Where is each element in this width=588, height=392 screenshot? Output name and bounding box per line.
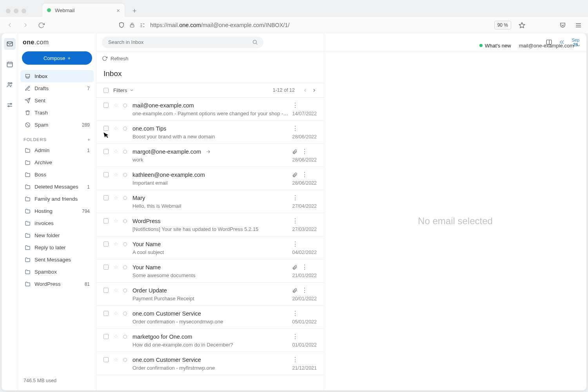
read-status-icon[interactable]: [123, 312, 127, 316]
mailbox-inbox[interactable]: Inbox: [20, 70, 94, 82]
message-checkbox[interactable]: [103, 126, 109, 131]
message-row[interactable]: ☆Mary ⋮Hello, this is Webmail27/04/2022: [96, 190, 324, 213]
message-checkbox[interactable]: [103, 195, 109, 200]
message-row[interactable]: ☆WordPress ⋮[Notifictions] Your site has…: [96, 213, 324, 236]
rail-settings-icon[interactable]: [4, 99, 16, 111]
read-status-icon[interactable]: [123, 265, 127, 269]
read-status-icon[interactable]: [123, 103, 127, 107]
message-row[interactable]: ☆one.com Customer Service ⋮Order confirm…: [96, 352, 324, 375]
message-row[interactable]: ☆one.com Customer Service ⋮Order confirm…: [96, 306, 324, 329]
url-bar[interactable]: https://mail.one.com/mail@one-example.co…: [52, 22, 489, 28]
star-icon[interactable]: ☆: [114, 125, 120, 131]
star-icon[interactable]: ☆: [114, 195, 120, 201]
more-icon[interactable]: ⋮: [292, 102, 298, 109]
mailbox-spam[interactable]: Spam289: [20, 119, 94, 131]
message-row[interactable]: ☆mail@one-example.com ⋮one-example.com -…: [96, 98, 324, 121]
star-icon[interactable]: ☆: [114, 310, 120, 316]
star-icon[interactable]: ☆: [114, 149, 120, 154]
zoom-indicator[interactable]: 90 %: [494, 21, 511, 29]
message-checkbox[interactable]: [103, 149, 109, 154]
message-checkbox[interactable]: [103, 241, 109, 247]
rail-calendar-icon[interactable]: [4, 58, 16, 70]
folder-item[interactable]: Sent Messages: [20, 254, 94, 266]
add-folder-button[interactable]: +: [88, 137, 91, 142]
more-icon[interactable]: ⋮: [301, 148, 308, 155]
pocket-icon[interactable]: [557, 22, 568, 29]
account-menu[interactable]: mail@one-example.com: [519, 43, 581, 49]
message-checkbox[interactable]: [103, 103, 109, 108]
more-icon[interactable]: ⋮: [292, 217, 298, 225]
message-checkbox[interactable]: [103, 334, 109, 339]
more-icon[interactable]: ⋮: [292, 356, 298, 363]
menu-icon[interactable]: [573, 22, 583, 29]
star-icon[interactable]: ☆: [114, 102, 120, 108]
star-icon[interactable]: ☆: [114, 241, 120, 247]
more-icon[interactable]: ⋮: [292, 125, 298, 132]
message-row[interactable]: ☆margot@one-example.com ⋮work28/06/2022: [96, 144, 324, 167]
message-row[interactable]: ☆Order Update ⋮Payment Purchase Receipt2…: [96, 283, 324, 306]
window-close-dot[interactable]: [6, 9, 11, 13]
compose-button[interactable]: Compose +: [22, 51, 92, 65]
next-page-button[interactable]: [312, 88, 317, 93]
read-status-icon[interactable]: [123, 219, 127, 223]
mailbox-drafts[interactable]: Drafts7: [20, 82, 94, 94]
message-checkbox[interactable]: [103, 311, 109, 316]
read-status-icon[interactable]: [123, 150, 127, 154]
folder-item[interactable]: Reply to later: [20, 241, 94, 254]
search-input[interactable]: [102, 36, 263, 48]
read-status-icon[interactable]: [123, 289, 127, 292]
star-icon[interactable]: ☆: [114, 172, 120, 178]
more-icon[interactable]: ⋮: [292, 240, 298, 248]
window-zoom-dot[interactable]: [22, 9, 26, 13]
filters-dropdown[interactable]: Filters: [113, 87, 134, 93]
star-icon[interactable]: ☆: [114, 264, 120, 270]
folder-item[interactable]: Deleted Messages1: [20, 181, 94, 193]
star-icon[interactable]: ☆: [114, 334, 120, 339]
folder-item[interactable]: Boss: [20, 169, 94, 181]
message-row[interactable]: ☆Your Name ⋮A cool subject04/02/2022: [96, 236, 324, 260]
bookmark-star-icon[interactable]: [517, 22, 527, 29]
more-icon[interactable]: ⋮: [292, 310, 298, 317]
more-icon[interactable]: ⋮: [301, 287, 308, 294]
message-checkbox[interactable]: [103, 172, 109, 177]
message-checkbox[interactable]: [103, 265, 109, 270]
folder-item[interactable]: Family and friends: [20, 193, 94, 205]
message-checkbox[interactable]: [103, 218, 109, 223]
message-row[interactable]: ☆Your Name ⋮Some awesome documents21/01/…: [96, 260, 324, 283]
read-status-icon[interactable]: [123, 127, 127, 131]
message-checkbox[interactable]: [103, 288, 109, 293]
mailbox-trash[interactable]: Trash: [20, 107, 94, 119]
forward-button[interactable]: [20, 20, 31, 30]
folder-item[interactable]: WordPress81: [20, 278, 94, 290]
read-status-icon[interactable]: [123, 358, 127, 362]
read-status-icon[interactable]: [123, 196, 127, 200]
more-icon[interactable]: ⋮: [292, 333, 298, 340]
star-icon[interactable]: ☆: [114, 218, 120, 224]
more-icon[interactable]: ⋮: [301, 171, 308, 178]
read-status-icon[interactable]: [123, 242, 127, 246]
whats-new-link[interactable]: What's new: [479, 43, 511, 49]
message-checkbox[interactable]: [103, 357, 109, 362]
search-icon[interactable]: [252, 39, 258, 45]
folder-item[interactable]: Admin1: [20, 144, 94, 156]
star-icon[interactable]: ☆: [114, 287, 120, 293]
message-row[interactable]: ☆one.com Tips ⋮Boost your brand with a n…: [96, 121, 324, 144]
prev-page-button[interactable]: [303, 88, 308, 93]
message-row[interactable]: ☆marketgoo for One.com ⋮How did one-exam…: [96, 329, 324, 352]
more-icon[interactable]: ⋮: [301, 263, 308, 271]
refresh-icon[interactable]: [102, 56, 107, 61]
back-button[interactable]: [5, 20, 15, 30]
select-all-checkbox[interactable]: [103, 88, 109, 93]
folder-item[interactable]: invoices: [20, 217, 94, 229]
refresh-label[interactable]: Refresh: [111, 56, 129, 62]
folder-item[interactable]: Hosting794: [20, 205, 94, 217]
mailbox-sent[interactable]: Sent: [20, 94, 94, 107]
rail-contacts-icon[interactable]: [4, 79, 16, 91]
read-status-icon[interactable]: [123, 173, 127, 177]
browser-tab[interactable]: Webmail ×: [42, 4, 125, 17]
new-tab-button[interactable]: +: [132, 7, 137, 15]
folder-item[interactable]: Spambox: [20, 266, 94, 278]
reload-button[interactable]: [36, 20, 46, 30]
folder-item[interactable]: New folder: [20, 229, 94, 241]
more-icon[interactable]: ⋮: [292, 194, 298, 201]
